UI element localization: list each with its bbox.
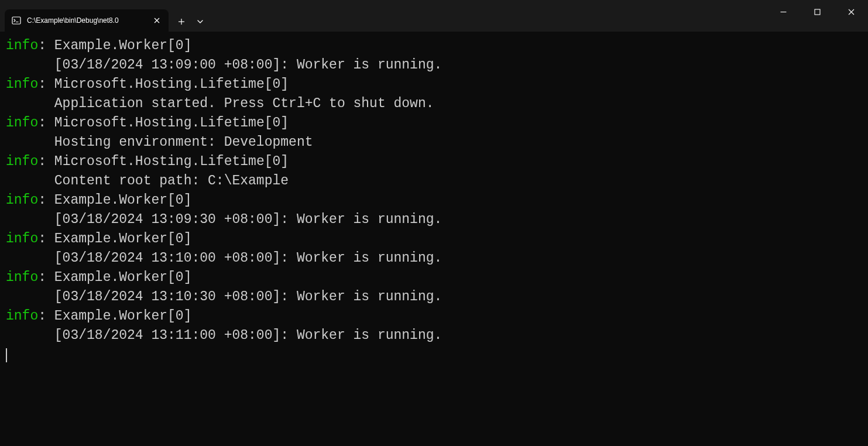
log-source: Example.Worker[0] bbox=[54, 308, 192, 324]
log-source: Example.Worker[0] bbox=[54, 38, 192, 53]
log-separator: : bbox=[38, 270, 54, 285]
log-entry: info: Microsoft.Hosting.Lifetime[0] bbox=[6, 114, 862, 133]
log-level: info bbox=[6, 115, 38, 131]
log-separator: : bbox=[38, 38, 54, 53]
log-level: info bbox=[6, 154, 38, 169]
svg-rect-7 bbox=[815, 9, 820, 15]
log-source: Microsoft.Hosting.Lifetime[0] bbox=[54, 77, 289, 92]
log-separator: : bbox=[38, 193, 54, 208]
log-source: Microsoft.Hosting.Lifetime[0] bbox=[54, 115, 289, 131]
log-level: info bbox=[6, 231, 38, 246]
log-level: info bbox=[6, 308, 38, 324]
log-message-line: Application started. Press Ctrl+C to shu… bbox=[6, 94, 862, 114]
log-separator: : bbox=[38, 77, 54, 92]
log-entry: info: Example.Worker[0] bbox=[6, 307, 862, 326]
close-window-button[interactable] bbox=[834, 0, 868, 23]
maximize-button[interactable] bbox=[800, 0, 834, 23]
log-message-line: [03/18/2024 13:09:30 +08:00]: Worker is … bbox=[6, 210, 862, 229]
log-entry: info: Microsoft.Hosting.Lifetime[0] bbox=[6, 75, 862, 94]
new-tab-button[interactable] bbox=[172, 12, 191, 31]
log-separator: : bbox=[38, 115, 54, 131]
log-level: info bbox=[6, 77, 38, 92]
tab-active[interactable]: C:\Example\bin\Debug\net8.0 bbox=[5, 9, 169, 32]
tab-close-button[interactable] bbox=[152, 16, 162, 25]
window-controls bbox=[766, 0, 868, 23]
tab-area: C:\Example\bin\Debug\net8.0 bbox=[0, 0, 210, 32]
log-entry: info: Example.Worker[0] bbox=[6, 36, 862, 56]
log-source: Example.Worker[0] bbox=[54, 193, 192, 208]
minimize-button[interactable] bbox=[766, 0, 800, 23]
cursor-icon bbox=[6, 348, 7, 362]
terminal-icon bbox=[12, 16, 21, 25]
log-source: Example.Worker[0] bbox=[54, 231, 192, 246]
log-entry: info: Example.Worker[0] bbox=[6, 191, 862, 210]
cursor-line bbox=[6, 345, 862, 365]
terminal-output[interactable]: info: Example.Worker[0] [03/18/2024 13:0… bbox=[0, 32, 868, 446]
log-level: info bbox=[6, 38, 38, 53]
log-entry: info: Example.Worker[0] bbox=[6, 268, 862, 287]
tab-title: C:\Example\bin\Debug\net8.0 bbox=[27, 16, 146, 25]
svg-rect-0 bbox=[12, 17, 20, 24]
log-source: Example.Worker[0] bbox=[54, 270, 192, 285]
log-message-line: [03/18/2024 13:09:00 +08:00]: Worker is … bbox=[6, 56, 862, 75]
log-separator: : bbox=[38, 308, 54, 324]
title-bar: C:\Example\bin\Debug\net8.0 bbox=[0, 0, 868, 32]
log-message-line: [03/18/2024 13:11:00 +08:00]: Worker is … bbox=[6, 326, 862, 345]
log-entry: info: Example.Worker[0] bbox=[6, 229, 862, 249]
log-message-line: Hosting environment: Development bbox=[6, 133, 862, 152]
log-message-line: [03/18/2024 13:10:00 +08:00]: Worker is … bbox=[6, 249, 862, 268]
log-source: Microsoft.Hosting.Lifetime[0] bbox=[54, 154, 289, 169]
log-level: info bbox=[6, 193, 38, 208]
log-separator: : bbox=[38, 231, 54, 246]
tab-dropdown-button[interactable] bbox=[191, 12, 210, 31]
log-level: info bbox=[6, 270, 38, 285]
log-message-line: Content root path: C:\Example bbox=[6, 171, 862, 191]
log-entry: info: Microsoft.Hosting.Lifetime[0] bbox=[6, 152, 862, 171]
log-separator: : bbox=[38, 154, 54, 169]
log-message-line: [03/18/2024 13:10:30 +08:00]: Worker is … bbox=[6, 287, 862, 307]
